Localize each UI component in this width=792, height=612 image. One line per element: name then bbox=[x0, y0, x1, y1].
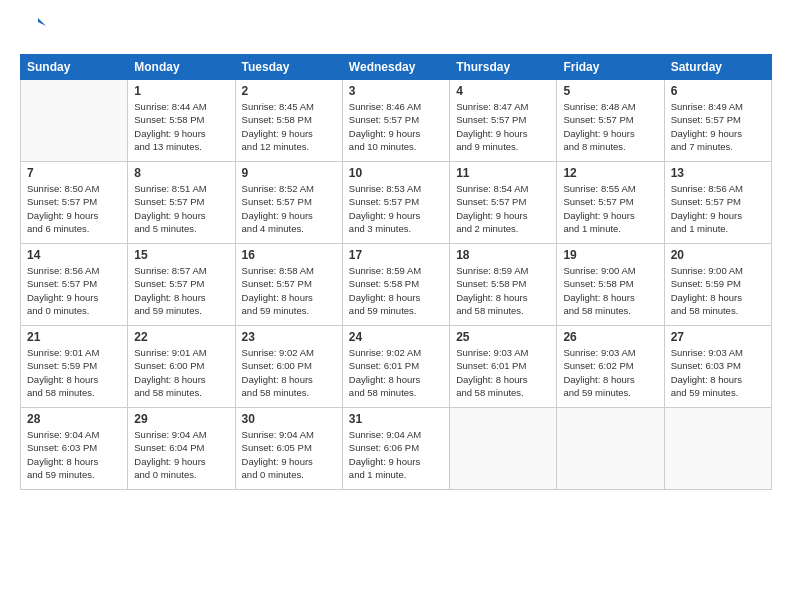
day-info: Sunrise: 8:54 AMSunset: 5:57 PMDaylight:… bbox=[456, 182, 550, 235]
calendar-cell: 17Sunrise: 8:59 AMSunset: 5:58 PMDayligh… bbox=[342, 244, 449, 326]
day-number: 19 bbox=[563, 248, 657, 262]
day-number: 30 bbox=[242, 412, 336, 426]
weekday-header-tuesday: Tuesday bbox=[235, 55, 342, 80]
day-info: Sunrise: 8:53 AMSunset: 5:57 PMDaylight:… bbox=[349, 182, 443, 235]
day-number: 12 bbox=[563, 166, 657, 180]
day-info: Sunrise: 8:56 AMSunset: 5:57 PMDaylight:… bbox=[27, 264, 121, 317]
day-number: 23 bbox=[242, 330, 336, 344]
day-info: Sunrise: 8:59 AMSunset: 5:58 PMDaylight:… bbox=[456, 264, 550, 317]
calendar-cell: 6Sunrise: 8:49 AMSunset: 5:57 PMDaylight… bbox=[664, 80, 771, 162]
day-info: Sunrise: 9:02 AMSunset: 6:01 PMDaylight:… bbox=[349, 346, 443, 399]
calendar-cell: 27Sunrise: 9:03 AMSunset: 6:03 PMDayligh… bbox=[664, 326, 771, 408]
calendar-cell: 11Sunrise: 8:54 AMSunset: 5:57 PMDayligh… bbox=[450, 162, 557, 244]
day-info: Sunrise: 9:04 AMSunset: 6:06 PMDaylight:… bbox=[349, 428, 443, 481]
day-number: 1 bbox=[134, 84, 228, 98]
day-info: Sunrise: 9:04 AMSunset: 6:03 PMDaylight:… bbox=[27, 428, 121, 481]
day-number: 14 bbox=[27, 248, 121, 262]
day-info: Sunrise: 8:48 AMSunset: 5:57 PMDaylight:… bbox=[563, 100, 657, 153]
day-info: Sunrise: 9:03 AMSunset: 6:01 PMDaylight:… bbox=[456, 346, 550, 399]
calendar-cell: 23Sunrise: 9:02 AMSunset: 6:00 PMDayligh… bbox=[235, 326, 342, 408]
calendar-cell bbox=[21, 80, 128, 162]
calendar-cell: 13Sunrise: 8:56 AMSunset: 5:57 PMDayligh… bbox=[664, 162, 771, 244]
day-info: Sunrise: 8:46 AMSunset: 5:57 PMDaylight:… bbox=[349, 100, 443, 153]
day-number: 2 bbox=[242, 84, 336, 98]
day-info: Sunrise: 9:02 AMSunset: 6:00 PMDaylight:… bbox=[242, 346, 336, 399]
calendar-cell bbox=[664, 408, 771, 490]
day-info: Sunrise: 9:04 AMSunset: 6:04 PMDaylight:… bbox=[134, 428, 228, 481]
calendar-cell: 7Sunrise: 8:50 AMSunset: 5:57 PMDaylight… bbox=[21, 162, 128, 244]
day-number: 9 bbox=[242, 166, 336, 180]
day-number: 18 bbox=[456, 248, 550, 262]
calendar-table: SundayMondayTuesdayWednesdayThursdayFrid… bbox=[20, 54, 772, 490]
day-number: 24 bbox=[349, 330, 443, 344]
day-number: 8 bbox=[134, 166, 228, 180]
day-number: 4 bbox=[456, 84, 550, 98]
day-number: 31 bbox=[349, 412, 443, 426]
calendar-week-row: 7Sunrise: 8:50 AMSunset: 5:57 PMDaylight… bbox=[21, 162, 772, 244]
day-number: 25 bbox=[456, 330, 550, 344]
day-number: 10 bbox=[349, 166, 443, 180]
calendar-cell: 26Sunrise: 9:03 AMSunset: 6:02 PMDayligh… bbox=[557, 326, 664, 408]
calendar-week-row: 1Sunrise: 8:44 AMSunset: 5:58 PMDaylight… bbox=[21, 80, 772, 162]
calendar-cell: 21Sunrise: 9:01 AMSunset: 5:59 PMDayligh… bbox=[21, 326, 128, 408]
weekday-header-monday: Monday bbox=[128, 55, 235, 80]
day-number: 6 bbox=[671, 84, 765, 98]
calendar-cell: 12Sunrise: 8:55 AMSunset: 5:57 PMDayligh… bbox=[557, 162, 664, 244]
calendar-cell: 19Sunrise: 9:00 AMSunset: 5:58 PMDayligh… bbox=[557, 244, 664, 326]
day-number: 20 bbox=[671, 248, 765, 262]
day-number: 22 bbox=[134, 330, 228, 344]
day-info: Sunrise: 9:01 AMSunset: 5:59 PMDaylight:… bbox=[27, 346, 121, 399]
calendar-cell bbox=[557, 408, 664, 490]
calendar-cell: 20Sunrise: 9:00 AMSunset: 5:59 PMDayligh… bbox=[664, 244, 771, 326]
calendar-cell: 24Sunrise: 9:02 AMSunset: 6:01 PMDayligh… bbox=[342, 326, 449, 408]
calendar-cell: 16Sunrise: 8:58 AMSunset: 5:57 PMDayligh… bbox=[235, 244, 342, 326]
page-header bbox=[20, 16, 772, 44]
day-info: Sunrise: 9:03 AMSunset: 6:03 PMDaylight:… bbox=[671, 346, 765, 399]
weekday-header-sunday: Sunday bbox=[21, 55, 128, 80]
day-info: Sunrise: 8:52 AMSunset: 5:57 PMDaylight:… bbox=[242, 182, 336, 235]
weekday-header-saturday: Saturday bbox=[664, 55, 771, 80]
day-number: 15 bbox=[134, 248, 228, 262]
calendar-cell: 28Sunrise: 9:04 AMSunset: 6:03 PMDayligh… bbox=[21, 408, 128, 490]
calendar-week-row: 28Sunrise: 9:04 AMSunset: 6:03 PMDayligh… bbox=[21, 408, 772, 490]
calendar-cell: 10Sunrise: 8:53 AMSunset: 5:57 PMDayligh… bbox=[342, 162, 449, 244]
day-info: Sunrise: 9:01 AMSunset: 6:00 PMDaylight:… bbox=[134, 346, 228, 399]
weekday-header-friday: Friday bbox=[557, 55, 664, 80]
calendar-page: SundayMondayTuesdayWednesdayThursdayFrid… bbox=[0, 0, 792, 612]
calendar-cell: 18Sunrise: 8:59 AMSunset: 5:58 PMDayligh… bbox=[450, 244, 557, 326]
calendar-cell: 4Sunrise: 8:47 AMSunset: 5:57 PMDaylight… bbox=[450, 80, 557, 162]
day-number: 3 bbox=[349, 84, 443, 98]
day-number: 27 bbox=[671, 330, 765, 344]
day-info: Sunrise: 8:50 AMSunset: 5:57 PMDaylight:… bbox=[27, 182, 121, 235]
day-number: 29 bbox=[134, 412, 228, 426]
day-info: Sunrise: 8:57 AMSunset: 5:57 PMDaylight:… bbox=[134, 264, 228, 317]
day-info: Sunrise: 8:56 AMSunset: 5:57 PMDaylight:… bbox=[671, 182, 765, 235]
calendar-cell: 9Sunrise: 8:52 AMSunset: 5:57 PMDaylight… bbox=[235, 162, 342, 244]
day-info: Sunrise: 8:55 AMSunset: 5:57 PMDaylight:… bbox=[563, 182, 657, 235]
logo-icon bbox=[20, 16, 48, 44]
calendar-cell bbox=[450, 408, 557, 490]
calendar-cell: 15Sunrise: 8:57 AMSunset: 5:57 PMDayligh… bbox=[128, 244, 235, 326]
calendar-week-row: 21Sunrise: 9:01 AMSunset: 5:59 PMDayligh… bbox=[21, 326, 772, 408]
svg-rect-0 bbox=[20, 16, 48, 44]
day-info: Sunrise: 8:45 AMSunset: 5:58 PMDaylight:… bbox=[242, 100, 336, 153]
day-number: 28 bbox=[27, 412, 121, 426]
day-number: 5 bbox=[563, 84, 657, 98]
day-info: Sunrise: 8:47 AMSunset: 5:57 PMDaylight:… bbox=[456, 100, 550, 153]
weekday-header-thursday: Thursday bbox=[450, 55, 557, 80]
day-info: Sunrise: 8:58 AMSunset: 5:57 PMDaylight:… bbox=[242, 264, 336, 317]
day-number: 7 bbox=[27, 166, 121, 180]
calendar-cell: 14Sunrise: 8:56 AMSunset: 5:57 PMDayligh… bbox=[21, 244, 128, 326]
day-number: 26 bbox=[563, 330, 657, 344]
calendar-cell: 3Sunrise: 8:46 AMSunset: 5:57 PMDaylight… bbox=[342, 80, 449, 162]
calendar-cell: 30Sunrise: 9:04 AMSunset: 6:05 PMDayligh… bbox=[235, 408, 342, 490]
day-info: Sunrise: 9:00 AMSunset: 5:59 PMDaylight:… bbox=[671, 264, 765, 317]
day-number: 16 bbox=[242, 248, 336, 262]
calendar-cell: 31Sunrise: 9:04 AMSunset: 6:06 PMDayligh… bbox=[342, 408, 449, 490]
day-number: 13 bbox=[671, 166, 765, 180]
day-info: Sunrise: 8:44 AMSunset: 5:58 PMDaylight:… bbox=[134, 100, 228, 153]
day-info: Sunrise: 8:49 AMSunset: 5:57 PMDaylight:… bbox=[671, 100, 765, 153]
day-info: Sunrise: 9:03 AMSunset: 6:02 PMDaylight:… bbox=[563, 346, 657, 399]
calendar-cell: 8Sunrise: 8:51 AMSunset: 5:57 PMDaylight… bbox=[128, 162, 235, 244]
calendar-cell: 2Sunrise: 8:45 AMSunset: 5:58 PMDaylight… bbox=[235, 80, 342, 162]
